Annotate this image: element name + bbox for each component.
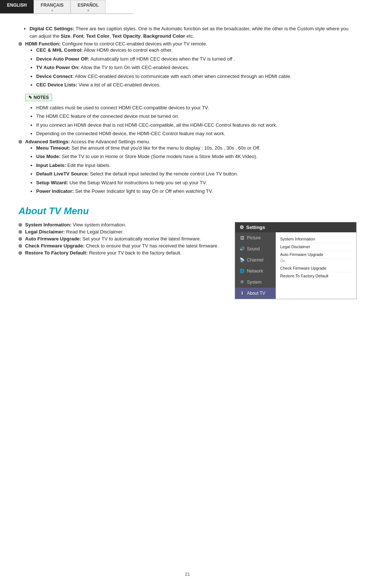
settings-left-menu: 🖼 Picture 🔊 Sound 📡 Channel 🌐 Network [235,232,276,299]
check-firmware-dot [18,244,22,248]
about-text-column: System Information: View system informat… [18,222,224,257]
channel-icon: 📡 [240,257,245,262]
hdmi-function-section: HDMI Function: Configure how to control … [18,41,357,90]
network-icon: 🌐 [240,269,245,273]
right-system-info: System Information [280,235,352,243]
digital-cc-text: There are two caption styles. One is the… [30,26,348,39]
device-auto-item: Device Auto Power Off: Automatically tur… [36,55,292,63]
tab-francais-label: FRANÇAIS [41,3,63,8]
digital-cc-term: Digital CC Settings: [30,26,74,31]
legal-text: Read the Legal Disclaimer. [66,229,123,235]
system-info-item: System Information: View system informat… [18,222,224,228]
language-tabs: ENGLISH FRANÇAIS ▲ ESPAÑOL ▲ [0,0,133,14]
settings-item-channel[interactable]: 📡 Channel [235,254,276,266]
check-firmware-item: Check Firmware Upgrade: Check to ensure … [18,243,224,249]
settings-header-label: Settings [246,225,265,230]
right-legal: Legal Disclaimer [280,243,352,251]
notes-item-1: HDMI cables must be used to connect HDMI… [36,104,357,112]
system-label: System [247,280,262,285]
advanced-settings-dot [18,140,22,144]
sound-label: Sound [247,246,260,252]
check-firmware-text: Check to ensure that your TV has receive… [86,243,219,249]
auto-firmware-term: Auto Firmware Upgrade: [25,236,81,242]
settings-item-system[interactable]: ⚙ System [235,277,276,288]
hdmi-function-term: HDMI Function: [25,41,61,47]
tab-espanol[interactable]: ESPAÑOL ▲ [70,0,106,13]
about-tv-icon: ℹ [240,291,245,295]
settings-right-panel: System Information Legal Disclaimer Auto… [276,232,356,299]
system-info-dot [18,223,22,227]
espanol-arrow: ▲ [87,8,90,12]
auto-firmware-item: Auto Firmware Upgrade: Set your TV to au… [18,236,224,242]
settings-menu: 🖼 Picture 🔊 Sound 📡 Channel 🌐 Network [235,232,356,299]
advanced-settings-section: Advanced Settings: Access the Advanced S… [18,139,357,196]
tab-francais[interactable]: FRANÇAIS ▲ [34,0,70,13]
settings-item-sound[interactable]: 🔊 Sound [235,243,276,254]
input-labels-item: Input Labels: Edit the input labels. [36,162,261,169]
page-number: 21 [185,564,190,581]
advanced-settings-text: Access the Advanced Settings menu. [71,139,150,144]
legal-dot [18,230,22,234]
tab-espanol-label: ESPAÑOL [78,3,99,8]
digital-cc-section: Digital CC Settings: There are two capti… [18,25,357,40]
check-firmware-term: Check Firmware Upgrade: [25,243,85,249]
notes-label: NOTES [34,95,49,100]
hdmi-function-dot [18,42,22,46]
settings-gear-icon: ⚙ [240,225,244,230]
main-content: Digital CC Settings: There are two capti… [0,14,375,314]
francais-arrow: ▲ [51,8,54,12]
hdmi-function-text: Configure how to control CEC-enabled dev… [62,41,207,47]
right-restore: Restore To Factory Default [280,272,352,280]
restore-factory-item: Restore To Factory Default: Restore your… [18,250,224,256]
sound-icon: 🔊 [240,246,245,251]
restore-text: Restore your TV back to the factory defa… [89,250,182,256]
tab-english[interactable]: ENGLISH [0,0,34,13]
advanced-sub-list: Menu Timeout: Set the amount of time tha… [25,144,261,195]
about-tv-title: About TV Menu [18,205,357,217]
notes-box: ✎ NOTES HDMI cables must be used to conn… [25,92,357,137]
default-livetv-item: Default LiveTV Source: Select the defaul… [36,170,261,178]
menu-timeout-item: Menu Timeout: Set the amount of time tha… [36,144,261,152]
device-connect-item: Device Connect: Allow CEC-enabled device… [36,73,292,80]
notes-list: HDMI cables must be used to connect HDMI… [25,104,357,137]
use-mode-item: Use Mode: Set the TV to use in Home or S… [36,153,261,160]
restore-term: Restore To Factory Default: [25,250,88,256]
advanced-settings-content: Advanced Settings: Access the Advanced S… [25,139,261,196]
notes-item-2: The HDMI CEC feature of the connected de… [36,113,357,120]
channel-label: Channel [247,257,264,263]
digital-cc-item: Digital CC Settings: There are two capti… [30,25,357,40]
settings-item-about-tv[interactable]: ℹ About TV [235,288,276,299]
tab-english-label: ENGLISH [7,3,27,8]
auto-firmware-dot [18,237,22,241]
hdmi-sub-list: CEC & MHL Control: Allow HDMI devices to… [25,47,292,89]
network-label: Network [247,269,263,274]
about-content-area: System Information: View system informat… [18,222,357,299]
advanced-settings-term: Advanced Settings: [25,139,70,144]
restore-dot [18,251,22,255]
right-check-firmware: Check Firmware Upgrade [280,264,352,272]
picture-icon: 🖼 [240,236,245,240]
system-info-text: View system information. [73,222,126,228]
settings-item-picture[interactable]: 🖼 Picture [235,232,276,243]
about-tv-label: About TV [247,291,265,296]
hdmi-function-content: HDMI Function: Configure how to control … [25,41,292,90]
settings-panel: ⚙ Settings 🖼 Picture 🔊 Sound 📡 Channel [235,222,357,299]
notes-item-3: If you connect an HDMI device that is no… [36,122,357,129]
right-auto-firmware-sub: On [280,259,352,264]
legal-disclaimer-item: Legal Disclaimer: Read the Legal Disclai… [18,229,224,235]
tv-auto-item: TV Auto Power On: Allow the TV to turn O… [36,64,292,71]
cec-mhl-item: CEC & MHL Control: Allow HDMI devices to… [36,47,292,54]
picture-label: Picture [247,235,261,240]
settings-panel-header: ⚙ Settings [235,222,356,232]
legal-term: Legal Disclaimer: [25,229,65,235]
system-icon: ⚙ [240,280,245,284]
settings-item-network[interactable]: 🌐 Network [235,266,276,277]
cec-device-lists-item: CEC Device Lists: View a list of all CEC… [36,81,292,89]
notes-pencil-icon: ✎ [28,95,32,100]
auto-firmware-text: Set your TV to automatically receive the… [82,236,201,242]
notes-item-4: Depending on the connected HDMI device, … [36,130,357,137]
setup-wizard-item: Setup Wizard: Use the Setup Wizard for i… [36,179,261,187]
right-auto-firmware: Auto Firmware Upgrade [280,251,352,259]
power-indicator-item: Power Indicator: Set the Power Indicator… [36,188,261,195]
system-info-term: System Information: [25,222,72,228]
